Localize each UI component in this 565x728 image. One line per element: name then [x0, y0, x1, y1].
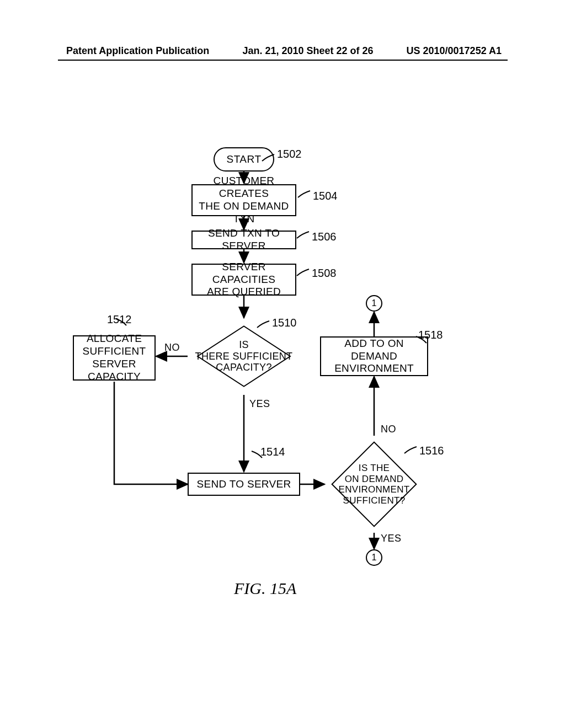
box-customer-creates: CUSTOMER CREATES THE ON DEMAND TXN [191, 184, 296, 216]
ref-1508: 1508 [312, 267, 337, 280]
start-label: START [226, 153, 261, 165]
decision-1516-text: IS THE ON DEMAND ENVIRONMENT SUFFICIENT? [324, 463, 424, 506]
decision-1510-text: IS THERE SUFFICIENT CAPACITY? [188, 339, 300, 373]
connector-top: 1 [366, 295, 382, 312]
ref-1504: 1504 [313, 190, 338, 202]
ref-1514: 1514 [260, 446, 285, 458]
ref-1512: 1512 [107, 313, 132, 326]
box-send-to-server: SEND TO SERVER [188, 473, 300, 496]
connector-2-label: 1 [372, 553, 377, 563]
start-terminal: START [214, 147, 274, 172]
box-server-capacities: SERVER CAPACITIES ARE QUERIED [191, 264, 296, 296]
box-1506-text: SEND TXN TO SERVER [197, 227, 291, 253]
box-1514-text: SEND TO SERVER [196, 478, 291, 491]
box-allocate-capacity: ALLOCATE SUFFICIENT SERVER CAPACITY [73, 335, 156, 381]
box-1518-text: ADD TO ON DEMAND ENVIRONMENT [326, 338, 423, 375]
edge-no-2: NO [381, 424, 396, 435]
box-1512-text: ALLOCATE SUFFICIENT SERVER CAPACITY [78, 333, 150, 383]
box-add-to-environment: ADD TO ON DEMAND ENVIRONMENT [320, 336, 428, 376]
edge-no-1: NO [164, 342, 180, 354]
ref-1516: 1516 [419, 445, 444, 457]
flowchart: START CUSTOMER CREATES THE ON DEMAND TXN… [0, 0, 565, 728]
ref-1506: 1506 [312, 231, 337, 243]
ref-1510: 1510 [272, 317, 297, 329]
figure-label: FIG. 15A [234, 579, 296, 598]
decision-environment-sufficient: IS THE ON DEMAND ENVIRONMENT SUFFICIENT? [324, 436, 424, 533]
ref-1518: 1518 [418, 329, 443, 341]
ref-1502: 1502 [277, 148, 302, 160]
box-send-txn: SEND TXN TO SERVER [191, 231, 296, 249]
box-1504-text: CUSTOMER CREATES THE ON DEMAND TXN [197, 175, 291, 225]
edge-yes-2: YES [381, 533, 402, 544]
connector-1-label: 1 [372, 298, 377, 308]
edge-yes-1: YES [249, 398, 270, 410]
connector-bottom: 1 [366, 549, 382, 566]
box-1508-text: SERVER CAPACITIES ARE QUERIED [197, 261, 291, 298]
decision-sufficient-capacity: IS THERE SUFFICIENT CAPACITY? [188, 318, 300, 395]
